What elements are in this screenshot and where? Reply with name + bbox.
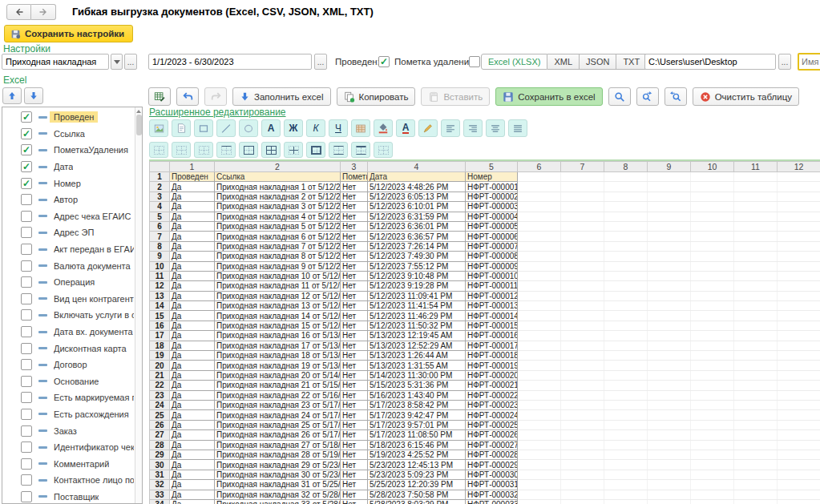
sheet-cell[interactable] bbox=[691, 341, 734, 350]
sheet-cell[interactable] bbox=[518, 311, 561, 321]
row-header[interactable]: 16 bbox=[150, 321, 170, 330]
sheet-cell[interactable] bbox=[691, 241, 734, 251]
sheet-cell[interactable]: НФРТ-000020 bbox=[466, 370, 518, 380]
sheet-cell[interactable]: Нет bbox=[341, 381, 368, 390]
sheet-cell[interactable] bbox=[518, 480, 561, 490]
sheet-cell[interactable]: 5/12/2023 4:48:26 PM bbox=[368, 182, 466, 192]
field-item[interactable]: Идентификатор чека ц bbox=[2, 439, 134, 456]
sheet-cell[interactable]: 5/12/2023 7:49:30 PM bbox=[368, 252, 466, 261]
field-checkbox[interactable] bbox=[21, 276, 32, 288]
sheet-cell[interactable] bbox=[604, 490, 648, 499]
sheet-cell[interactable] bbox=[648, 400, 691, 409]
sheet-cell[interactable] bbox=[561, 480, 604, 490]
sheet-cell[interactable]: НФРТ-000016 bbox=[466, 331, 518, 341]
sheet-cell[interactable] bbox=[691, 440, 734, 450]
sheet-cell[interactable]: Приходная накладная 10 от 5/12/2023 bbox=[215, 271, 341, 280]
sheet-cell[interactable] bbox=[518, 410, 561, 420]
sheet-cell[interactable] bbox=[734, 261, 778, 271]
sheet-cell[interactable] bbox=[648, 311, 691, 321]
sheet-cell[interactable] bbox=[691, 400, 734, 409]
field-item[interactable]: Заказ bbox=[2, 422, 134, 439]
sheet-cell[interactable]: Приходная накладная 21 от 5/15/2023 bbox=[215, 381, 341, 390]
sheet-cell[interactable]: Приходная накладная 24 от 5/17/2023 bbox=[215, 410, 341, 420]
sheet-cell[interactable] bbox=[734, 341, 778, 350]
row-header[interactable]: 9 bbox=[150, 252, 170, 261]
sheet-cell[interactable] bbox=[518, 361, 561, 370]
sheet-cell[interactable] bbox=[604, 381, 648, 390]
sheet-cell[interactable] bbox=[734, 499, 778, 504]
sheet-cell[interactable] bbox=[778, 221, 820, 231]
sheet-cell[interactable] bbox=[778, 410, 820, 420]
sheet-cell[interactable] bbox=[648, 381, 691, 390]
sheet-cell[interactable]: Приходная накладная 5 от 5/12/2023 bbox=[215, 221, 341, 231]
sheet-cell[interactable]: 5/12/2023 9:10:48 PM bbox=[368, 271, 466, 280]
sheet-cell[interactable] bbox=[778, 202, 820, 212]
format-tab-txt[interactable]: TXT bbox=[616, 54, 647, 70]
sheet-cell[interactable] bbox=[518, 321, 561, 330]
sheet-cell[interactable]: Нет bbox=[341, 499, 368, 504]
sheet-cell[interactable]: Приходная накладная 7 от 5/12/2023 bbox=[215, 241, 341, 251]
sheet-cell[interactable]: НФРТ-000019 bbox=[466, 361, 518, 370]
row-header[interactable]: 23 bbox=[150, 390, 170, 400]
borders-outer-dotted-button[interactable] bbox=[172, 142, 191, 158]
sheet-cell[interactable]: 5/17/2023 8:58:42 PM bbox=[368, 400, 466, 409]
sheet-cell[interactable] bbox=[561, 261, 604, 271]
sheet-cell[interactable]: Да bbox=[170, 261, 215, 271]
sheet-cell[interactable]: 5/15/2023 5:31:36 PM bbox=[368, 381, 466, 390]
sheet-cell[interactable] bbox=[561, 172, 604, 182]
field-item[interactable]: Дата вх. документа bbox=[2, 324, 134, 341]
sheet-cell[interactable] bbox=[691, 381, 734, 390]
row-header[interactable]: 14 bbox=[150, 301, 170, 311]
sheet-cell[interactable] bbox=[604, 400, 648, 409]
borders-horizontal-button[interactable] bbox=[351, 142, 370, 158]
sheet-cell[interactable] bbox=[518, 341, 561, 350]
sheet-cell[interactable]: Да bbox=[170, 202, 215, 212]
proveden-checkbox[interactable]: ✓ bbox=[378, 56, 390, 67]
field-item[interactable]: ✓Дата bbox=[2, 159, 134, 175]
sheet-cell[interactable]: Да bbox=[170, 271, 215, 280]
sheet-cell[interactable]: НФРТ-000012 bbox=[466, 291, 518, 300]
sheet-cell[interactable] bbox=[518, 381, 561, 390]
field-checkbox[interactable] bbox=[21, 491, 32, 502]
sheet-cell[interactable]: 5/18/2023 6:15:46 PM bbox=[368, 440, 466, 450]
sheet-cell[interactable] bbox=[604, 172, 648, 182]
sheet-cell[interactable]: 5/13/2023 12:52:29 AM bbox=[368, 341, 466, 350]
sheet-cell[interactable]: 5/19/2023 4:25:52 PM bbox=[368, 450, 466, 459]
sheet-cell[interactable] bbox=[734, 430, 778, 440]
row-header[interactable]: 6 bbox=[150, 221, 170, 231]
row-header[interactable]: 7 bbox=[150, 232, 170, 241]
sheet-cell[interactable] bbox=[691, 430, 734, 440]
sheet-cell[interactable] bbox=[604, 450, 648, 459]
sheet-cell[interactable]: Да bbox=[170, 370, 215, 380]
sheet-cell[interactable]: НФРТ-000025 bbox=[466, 420, 518, 429]
sheet-cell[interactable]: Нет bbox=[341, 192, 368, 201]
sheet-cell[interactable] bbox=[691, 499, 734, 504]
sheet-cell[interactable] bbox=[648, 370, 691, 380]
field-item[interactable]: Есть маркируемая про bbox=[2, 389, 134, 406]
sheet-cell[interactable] bbox=[778, 381, 820, 390]
sheet-cell[interactable] bbox=[561, 420, 604, 429]
sheet-cell[interactable]: 5/12/2023 11:46:29 PM bbox=[368, 311, 466, 321]
sheet-cell[interactable] bbox=[518, 252, 561, 261]
sheet-cell[interactable]: НФРТ-000029 bbox=[466, 460, 518, 470]
sheet-cell[interactable]: Нет bbox=[341, 490, 368, 499]
sheet-cell[interactable] bbox=[734, 271, 778, 280]
field-item[interactable]: ✓Ссылка bbox=[2, 126, 134, 143]
field-item[interactable]: Поставщик bbox=[2, 489, 134, 504]
sheet-cell[interactable]: Нет bbox=[341, 460, 368, 470]
sheet-cell[interactable]: Приходная накладная 33 от 5/28/2023 bbox=[215, 499, 341, 504]
period-choose-button[interactable]: ... bbox=[314, 54, 327, 70]
sheet-cell[interactable] bbox=[778, 281, 820, 291]
sheet-cell[interactable] bbox=[691, 232, 734, 241]
sheet-cell[interactable] bbox=[561, 281, 604, 291]
sheet-cell[interactable]: 5/25/2023 12:20:39 PM bbox=[368, 480, 466, 490]
sheet-cell[interactable] bbox=[734, 470, 778, 479]
sheet-cell[interactable]: Нет bbox=[341, 212, 368, 221]
forward-button[interactable] bbox=[31, 4, 56, 20]
sheet-cell[interactable]: Нет bbox=[341, 410, 368, 420]
copy-button[interactable]: Копировать bbox=[337, 87, 416, 106]
sheet-cell[interactable]: НФРТ-000013 bbox=[466, 301, 518, 311]
sheet-cell[interactable] bbox=[778, 182, 820, 192]
sheet-cell[interactable] bbox=[734, 440, 778, 450]
sheet-cell[interactable]: НФРТ-000017 bbox=[466, 341, 518, 350]
